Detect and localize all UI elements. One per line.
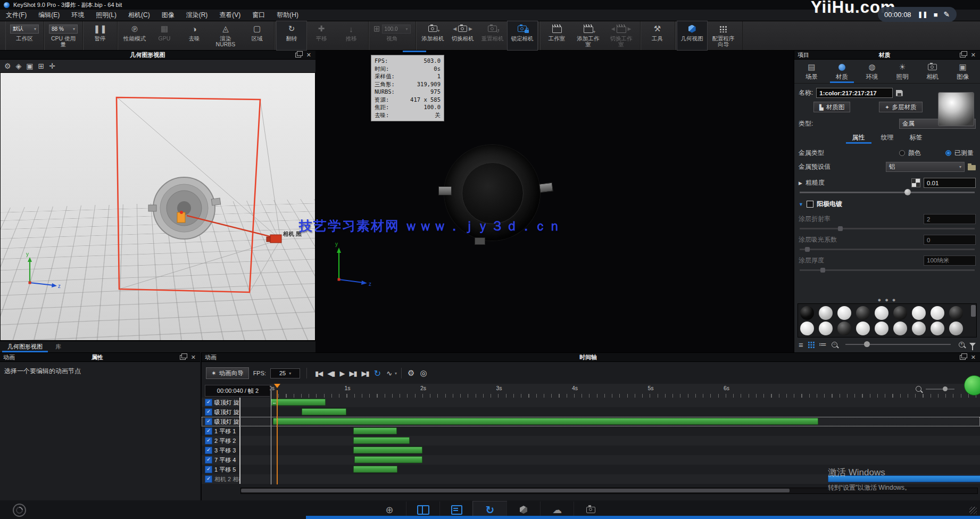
geo-tab-0[interactable]: 几何图形视图 [2, 342, 48, 352]
recorder-stop-icon[interactable]: ■ [934, 11, 937, 19]
filter-icon[interactable] [969, 343, 976, 347]
transport-ramp-icon[interactable]: ∿ [385, 369, 393, 377]
toolbar-lock-camera[interactable]: 锁定相机 [508, 21, 537, 50]
track-row-0[interactable]: ✓吸顶灯 旋转 1↔ [202, 398, 980, 407]
tree-view-icon[interactable]: ≔ [819, 340, 827, 349]
material-swatch-3[interactable] [856, 306, 870, 320]
toolbar-pause[interactable]: ❚❚暂停 [85, 21, 115, 50]
open-preset-folder-icon[interactable] [968, 165, 976, 170]
toolbar-add-studio[interactable]: +添加工作室 [572, 21, 605, 50]
radio-measured[interactable] [945, 150, 951, 156]
fps-dropdown[interactable]: 25▾ [270, 368, 300, 378]
track-row-3[interactable]: ✓1 平移 1 [202, 426, 980, 436]
animation-bar[interactable]: ↔ [271, 399, 326, 406]
material-swatch-1[interactable] [819, 306, 833, 320]
material-subtab-1[interactable]: 纹理 [881, 133, 894, 144]
toolbar-workspace[interactable]: 默认▾工作区 [7, 21, 41, 50]
project-tab-1[interactable]: 材质 [827, 62, 857, 83]
zoom-out-icon[interactable]: − [832, 342, 837, 348]
toolbar-render-nurbs[interactable]: ◬渲染NURBS [209, 21, 242, 50]
toolbar-tools[interactable]: ⚒工具 [643, 21, 672, 50]
material-swatch-7[interactable] [931, 306, 944, 320]
anodized-expander-icon[interactable]: ▼ [799, 202, 803, 207]
realtime-render-viewport[interactable]: FPS:503.0时间:0s采样值:1三角形:319,909NURBS:975资… [315, 51, 794, 352]
prev-arrow-icon[interactable]: ◀ [611, 26, 615, 31]
prev-arrow-icon[interactable]: ◀ [453, 26, 456, 31]
material-swatch-9[interactable] [800, 322, 814, 335]
close-panel-icon[interactable]: ✕ [971, 52, 976, 57]
toolbar-geometry-view[interactable]: 几何视图 [677, 21, 707, 50]
grid-icon[interactable]: ⊞ [38, 62, 45, 70]
toolbar-cpu-usage[interactable]: 88 %▾CPU 使用量 [46, 21, 80, 50]
track-checkbox[interactable]: ✓ [205, 447, 212, 454]
menu-item-5[interactable]: 图像 [156, 10, 180, 21]
wireframe-icon[interactable]: ◈ [16, 62, 22, 70]
multi-material-button[interactable]: ✦多层材质 [879, 102, 922, 112]
workspace-value[interactable]: 默认▾ [10, 24, 39, 34]
material-swatch-8[interactable] [949, 306, 963, 320]
material-graph-button[interactable]: ▙材质图 [813, 102, 850, 112]
float-panel-icon[interactable] [960, 53, 966, 57]
track-checkbox[interactable]: ✓ [205, 408, 212, 416]
track-checkbox[interactable]: ✓ [205, 475, 212, 483]
transport-render-frame-icon[interactable]: ◎ [419, 368, 429, 378]
material-swatch-14[interactable] [893, 322, 907, 335]
toolbar-pan[interactable]: ✚平移 [306, 21, 336, 50]
panel-resize-dots[interactable]: ● ● ● [794, 297, 980, 302]
cpu-usage-value[interactable]: 88 %▾ [49, 24, 78, 34]
project-tab-0[interactable]: ▤场景 [796, 62, 827, 83]
keyshot-footer-logo-icon[interactable] [13, 504, 26, 517]
track-row-1[interactable]: ✓吸顶灯 旋转 2 [202, 407, 980, 417]
metal-preset-dropdown[interactable]: 铝▾ [886, 162, 965, 172]
material-swatch-17[interactable] [949, 322, 963, 335]
fov-value[interactable]: 100.0▾ [382, 24, 411, 34]
camera-box-icon[interactable]: ▣ [26, 62, 33, 70]
next-arrow-icon[interactable]: ▶ [469, 26, 472, 31]
toolbar-reset-camera[interactable]: ↺重置相机 [478, 21, 508, 50]
project-tab-4[interactable]: 相机 [917, 62, 948, 83]
grid-view-view-icon[interactable] [808, 341, 815, 348]
material-subtab-2[interactable]: 标签 [910, 133, 923, 144]
menu-item-7[interactable]: 查看(V) [213, 10, 246, 21]
pivot-icon[interactable]: ✛ [49, 62, 55, 70]
material-swatch-16[interactable] [931, 322, 944, 335]
track-checkbox[interactable]: ✓ [205, 456, 212, 464]
material-swatch-11[interactable] [837, 322, 851, 335]
animation-bar[interactable] [353, 437, 409, 444]
timeline-horizontal-scrollbar[interactable] [240, 488, 978, 494]
menu-item-9[interactable]: 帮助(H) [271, 10, 304, 21]
timeline-zoom-icon[interactable] [916, 386, 921, 392]
thumbnail-size-slider[interactable] [845, 344, 951, 345]
geo-tab-1[interactable]: 库 [50, 342, 67, 352]
track-row-8[interactable]: ✓相机 2 相机路径 [202, 474, 980, 484]
toolbar-add-camera[interactable]: +添加相机 [418, 21, 448, 50]
track-checkbox[interactable]: ✓ [205, 466, 212, 473]
radio-color[interactable] [899, 150, 905, 156]
material-preview-sphere[interactable] [938, 92, 974, 126]
track-row-6[interactable]: ✓7 平移 4 [202, 455, 980, 465]
toolbar-dolly[interactable]: ↓推移 [336, 21, 366, 50]
track-row-7[interactable]: ✓1 平移 5 [202, 465, 980, 474]
geometry-viewport[interactable]: 相机 黑 y z [0, 73, 315, 341]
timeline-ruler[interactable]: 0s1s2s3s4s5s6s [270, 384, 980, 398]
close-panel-icon[interactable]: ✕ [971, 355, 976, 360]
toolbar-region[interactable]: ▢区域 [242, 21, 272, 50]
close-panel-icon[interactable]: ✕ [191, 355, 196, 360]
float-panel-icon[interactable] [295, 53, 301, 57]
menu-item-3[interactable]: 照明(L) [90, 10, 122, 21]
roughness-expander-icon[interactable]: ▶ [799, 180, 802, 186]
save-material-icon[interactable] [896, 90, 903, 96]
toolbar-switch-camera[interactable]: ◀▶切换相机 [448, 21, 478, 50]
material-swatch-2[interactable] [837, 306, 851, 320]
track-checkbox[interactable]: ✓ [205, 399, 212, 406]
roughness-slider[interactable] [800, 192, 975, 193]
toolbar-denoise[interactable]: ◑去噪 [179, 21, 209, 50]
track-checkbox[interactable]: ✓ [205, 418, 212, 425]
material-library[interactable] [798, 303, 977, 337]
project-tab-2[interactable]: ◍环境 [857, 62, 887, 83]
list-view-icon[interactable]: ≡ [799, 340, 803, 349]
splitter-handle[interactable] [403, 51, 426, 52]
animation-bar[interactable] [828, 475, 980, 482]
material-swatch-10[interactable] [819, 322, 833, 335]
menu-item-0[interactable]: 文件(F) [0, 10, 32, 21]
